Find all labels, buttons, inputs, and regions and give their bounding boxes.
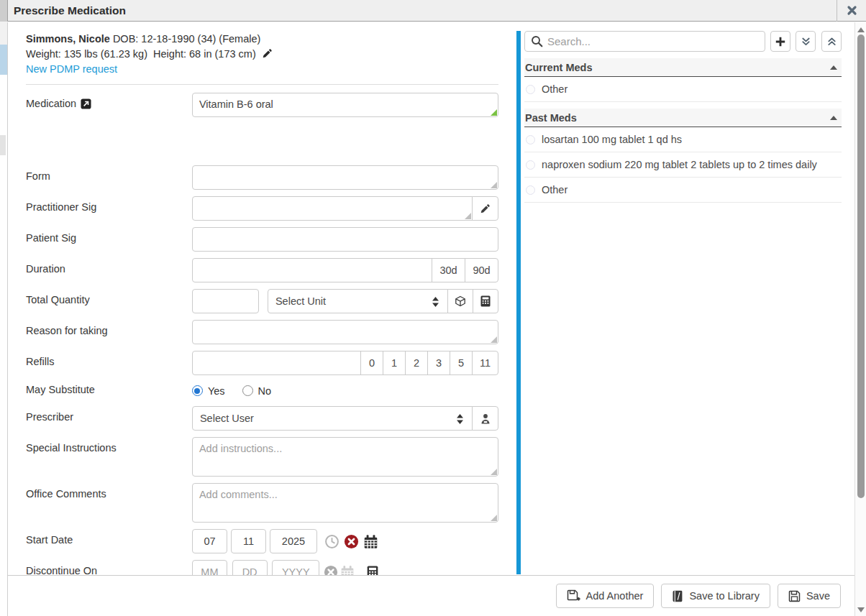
practitioner-sig-label: Practitioner Sig [26, 201, 96, 213]
panel-accent-bar [516, 31, 521, 574]
collapse-all-button[interactable] [821, 31, 842, 52]
save-plus-icon [567, 589, 580, 602]
radio-unselected-icon [242, 385, 253, 396]
edit-sig-button[interactable] [472, 196, 498, 221]
refills-2-button[interactable]: 2 [405, 351, 428, 375]
package-lookup-button[interactable] [447, 289, 473, 313]
add-med-button[interactable] [770, 31, 790, 52]
special-instructions-input[interactable] [192, 437, 498, 477]
start-date-day-input[interactable] [231, 529, 266, 553]
practitioner-sig-input[interactable] [192, 196, 473, 221]
pencil-icon [480, 203, 491, 214]
scroll-up-arrow[interactable] [857, 27, 865, 32]
save-label: Save [806, 590, 830, 602]
meds-search-input[interactable] [524, 31, 765, 52]
refills-input[interactable] [192, 351, 361, 375]
may-substitute-no-radio[interactable]: No [242, 385, 272, 397]
save-to-library-label: Save to Library [689, 590, 760, 602]
close-button[interactable] [837, 0, 866, 22]
scroll-thumb[interactable] [857, 35, 865, 498]
add-another-label: Add Another [586, 590, 644, 602]
refills-5-button[interactable]: 5 [450, 351, 473, 375]
meds-panel: Current Meds Other Past Meds losartan 10… [516, 22, 855, 575]
start-date-calendar-icon[interactable] [363, 534, 378, 549]
scroll-down-arrow[interactable] [857, 607, 865, 612]
patient-vitals: Weight: 135 lbs (61.23 kg) Height: 68 in… [26, 47, 498, 62]
calculator-icon [480, 295, 491, 307]
radio-unselected-icon [526, 185, 535, 195]
radio-unselected-icon [526, 160, 535, 170]
prescribe-medication-dialog: Prescribe Medication Simmons, Nicole DOB… [0, 0, 866, 616]
past-meds-header[interactable]: Past Meds [524, 109, 842, 127]
office-comments-input[interactable] [192, 483, 498, 523]
select-provider-button[interactable] [472, 406, 498, 431]
patient-sig-input[interactable] [192, 227, 498, 252]
reason-label: Reason for taking [26, 325, 108, 336]
past-med-item-naproxen[interactable]: naproxen sodium 220 mg tablet 2 tablets … [524, 152, 842, 178]
form-label: Form [26, 170, 50, 182]
resize-handle-icon[interactable] [465, 213, 471, 219]
past-med-item-losartan[interactable]: losartan 100 mg tablet 1 qd hs [524, 127, 842, 152]
collapse-arrow-icon [830, 65, 837, 70]
double-chevron-up-icon [826, 36, 837, 47]
refills-1-button[interactable]: 1 [383, 351, 406, 375]
total-quantity-input[interactable] [192, 289, 259, 313]
start-date-year-input[interactable] [270, 529, 317, 553]
save-button[interactable]: Save [778, 584, 841, 608]
medication-external-link-icon[interactable] [81, 98, 91, 109]
new-pdmp-request-link[interactable]: New PDMP request [26, 63, 117, 75]
prescriber-select-value: Select User [200, 413, 254, 424]
resize-handle-icon[interactable] [491, 515, 497, 521]
duration-90d-button[interactable]: 90d [465, 258, 498, 282]
add-another-button[interactable]: Add Another [556, 584, 655, 608]
current-meds-other-item[interactable]: Other [524, 77, 842, 102]
save-to-library-button[interactable]: Save to Library [661, 584, 770, 608]
vertical-scrollbar[interactable] [854, 22, 866, 616]
prescription-form: Simmons, Nicole DOB: 12-18-1990 (34) (Fe… [8, 22, 516, 575]
prescriber-select[interactable]: Select User [192, 406, 473, 431]
patient-dob: DOB: 12-18-1990 (34) (Female) [113, 33, 261, 45]
form-input[interactable] [192, 165, 498, 190]
medication-input[interactable]: Vitamin B-6 oral [192, 93, 498, 117]
expand-all-button[interactable] [796, 31, 816, 52]
medication-label: Medication [26, 98, 76, 109]
may-substitute-label: May Substitute [26, 384, 95, 395]
interaction-spacer [26, 124, 498, 165]
start-date-clear-icon[interactable] [344, 534, 359, 549]
duration-30d-button[interactable]: 30d [432, 258, 465, 282]
patient-sig-label: Patient Sig [26, 232, 76, 244]
refills-11-button[interactable]: 11 [472, 351, 498, 375]
dialog-footer: Add Another Save to Library Save [7, 575, 854, 616]
may-substitute-yes-radio[interactable]: Yes [192, 385, 225, 397]
unit-select[interactable]: Select Unit [268, 289, 448, 313]
med-item-label: Other [542, 184, 568, 196]
resize-handle-icon[interactable] [491, 109, 497, 116]
resize-handle-icon[interactable] [491, 469, 497, 475]
radio-unselected-icon [526, 85, 535, 94]
start-date-clock-icon[interactable] [324, 534, 339, 549]
start-date-label: Start Date [26, 534, 73, 546]
no-label: No [258, 385, 272, 397]
refills-3-button[interactable]: 3 [427, 351, 450, 375]
med-item-label: Other [542, 83, 568, 95]
current-meds-header[interactable]: Current Meds [524, 58, 842, 77]
total-quantity-label: Total Quantity [26, 294, 90, 305]
book-icon [672, 590, 683, 602]
resize-handle-icon[interactable] [491, 182, 497, 188]
past-meds-other-item[interactable]: Other [524, 178, 842, 203]
close-icon [847, 5, 857, 16]
start-date-month-input[interactable] [192, 529, 227, 553]
cube-icon [455, 295, 466, 307]
refills-0-button[interactable]: 0 [360, 351, 383, 375]
edit-vitals-pencil-icon[interactable] [262, 48, 273, 59]
resize-handle-icon[interactable] [491, 336, 497, 343]
reason-input[interactable] [192, 320, 498, 344]
duration-input[interactable] [192, 258, 432, 282]
section-title: Current Meds [525, 62, 592, 73]
collapse-arrow-icon [830, 116, 837, 120]
quantity-calculator-button[interactable] [473, 289, 498, 313]
radio-unselected-icon [526, 135, 535, 144]
provider-person-icon [480, 413, 491, 424]
refills-label: Refills [26, 356, 54, 367]
radio-selected-icon [192, 385, 203, 396]
